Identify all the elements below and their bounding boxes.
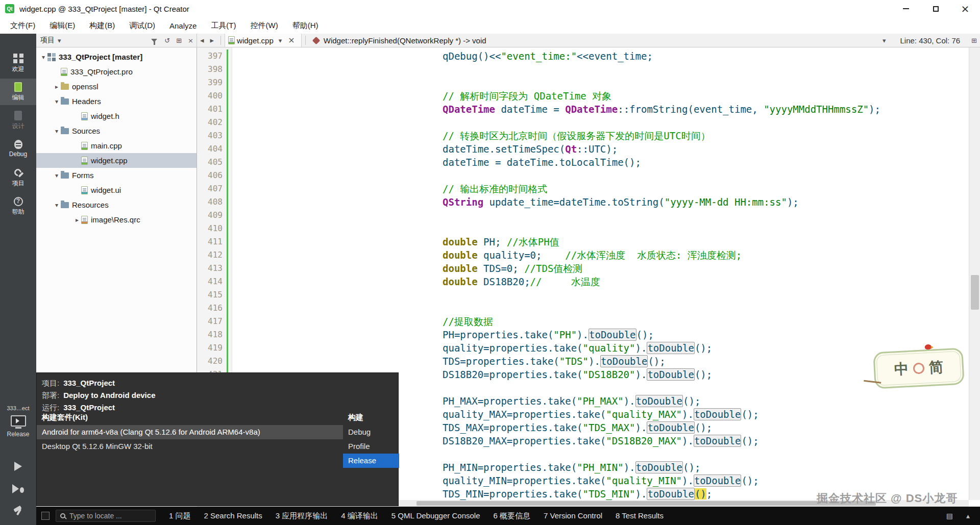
build-config-release[interactable]: Release	[343, 454, 399, 468]
mode-projects[interactable]: 项目	[0, 164, 36, 191]
line-number[interactable]: 414	[197, 275, 227, 288]
output-pane-button[interactable]: 2 Search Results	[204, 511, 262, 521]
mode-edit[interactable]: 编辑	[0, 79, 36, 105]
menu-item[interactable]: 文件(F)	[3, 17, 42, 34]
line-number[interactable]: 397	[197, 49, 227, 63]
line-number[interactable]: 400	[197, 89, 227, 103]
pane-selector-chevron-down-icon[interactable]	[55, 37, 64, 44]
line-number[interactable]: 406	[197, 169, 227, 182]
output-pane-button[interactable]: 7 Version Control	[544, 511, 602, 521]
tree-item-main-cpp[interactable]: main.cpp	[36, 138, 197, 153]
menu-item[interactable]: 编辑(E)	[42, 17, 82, 34]
tree-item-333-qtproject-master[interactable]: 333_QtProject [master]	[36, 49, 197, 64]
line-number[interactable]: 409	[197, 209, 227, 222]
split-pane-icon[interactable]	[173, 37, 185, 44]
tree-expand-icon[interactable]	[53, 83, 61, 90]
symbol-dropdown-icon[interactable]	[879, 37, 889, 44]
line-number[interactable]: 417	[197, 315, 227, 328]
close-pane-icon[interactable]	[185, 37, 197, 44]
line-number[interactable]: 415	[197, 288, 227, 302]
output-pane-button[interactable]: 3 应用程序输出	[276, 511, 328, 521]
tree-expand-icon[interactable]	[39, 54, 47, 61]
code-line-409[interactable]: 409	[197, 209, 969, 222]
tree-item-333-qtproject-pro[interactable]: 333_QtProject.pro	[36, 64, 197, 79]
forward-icon[interactable]	[207, 37, 217, 44]
back-icon[interactable]	[197, 37, 207, 44]
code-line-413[interactable]: 413double TDS=0; //TDS值检测	[197, 262, 969, 275]
output-pane-button[interactable]: 1 问题	[169, 511, 191, 521]
menu-item[interactable]: Analyze	[162, 17, 204, 34]
line-number[interactable]: 419	[197, 341, 227, 355]
output-pane-button[interactable]: 4 编译输出	[341, 511, 378, 521]
debug-run-button[interactable]	[0, 480, 36, 498]
output-panel-icon[interactable]	[943, 512, 956, 519]
tree-expand-icon[interactable]	[53, 202, 61, 209]
symbol-selector[interactable]: Widget::replyFinished(QNetworkReply *) -…	[324, 36, 879, 45]
line-number[interactable]: 405	[197, 156, 227, 169]
code-line-401[interactable]: 401QDateTime dateTime = QDateTime::fromS…	[197, 103, 969, 116]
code-line-397[interactable]: 397qDebug()<<"event_time:"<<event_time;	[197, 49, 969, 63]
output-pane-button[interactable]: 5 QML Debugger Console	[391, 511, 480, 521]
document-dropdown-icon[interactable]	[276, 37, 285, 44]
code-line-400[interactable]: 400// 解析时间字段为 QDateTime 对象	[197, 89, 969, 103]
tree-item-widget-cpp[interactable]: widget.cpp	[36, 153, 197, 168]
code-line-402[interactable]: 402	[197, 116, 969, 129]
code-line-418[interactable]: 418PH=properties.take("PH").toDouble();	[197, 328, 969, 341]
kit-option[interactable]: Desktop Qt 5.12.6 MinGW 32-bit	[37, 439, 343, 454]
code-line-411[interactable]: 411double PH; //水体PH值	[197, 235, 969, 248]
line-number[interactable]: 407	[197, 182, 227, 195]
code-line-412[interactable]: 412double quality=0; //水体浑浊度 水质状态: 浑浊度检测…	[197, 248, 969, 262]
code-line-417[interactable]: 417//提取数据	[197, 315, 969, 328]
code-line-419[interactable]: 419quality=properties.take("quality").to…	[197, 341, 969, 355]
open-document-tab[interactable]: widget.cpp	[225, 34, 302, 47]
code-line-399[interactable]: 399	[197, 76, 969, 89]
tree-item-openssl[interactable]: openssl	[36, 79, 197, 94]
tree-item-forms[interactable]: Forms	[36, 168, 197, 183]
close-document-icon[interactable]	[285, 36, 298, 44]
tree-item-widget-h[interactable]: widget.h	[36, 109, 197, 123]
code-line-408[interactable]: 408QString update_time=dateTime.toString…	[197, 195, 969, 209]
code-line-406[interactable]: 406	[197, 169, 969, 182]
line-number[interactable]: 399	[197, 76, 227, 89]
menu-item[interactable]: 控件(W)	[243, 17, 285, 34]
maximize-button[interactable]	[921, 0, 950, 17]
kit-option[interactable]: Android for arm64-v8a (Clang Qt 5.12.6 f…	[37, 425, 343, 439]
menu-item[interactable]: 工具(T)	[204, 17, 243, 34]
line-number[interactable]: 398	[197, 63, 227, 76]
code-line-403[interactable]: 403// 转换时区为北京时间（假设服务器下发的时间是UTC时间）	[197, 129, 969, 142]
tree-item-sources[interactable]: Sources	[36, 123, 197, 138]
tree-expand-icon[interactable]	[73, 216, 81, 223]
vertical-scrollbar-thumb[interactable]	[971, 275, 979, 310]
code-line-414[interactable]: 414double DS18B20;// 水温度	[197, 275, 969, 288]
tree-item-image-res-qrc[interactable]: image\Res.qrc	[36, 212, 197, 227]
menu-item[interactable]: 构建(B)	[82, 17, 122, 34]
line-number[interactable]: 412	[197, 248, 227, 262]
expand-output-icon[interactable]	[963, 512, 973, 519]
build-config-debug[interactable]: Debug	[343, 425, 399, 439]
tree-item-widget-ui[interactable]: widget.ui	[36, 183, 197, 197]
vertical-scrollbar[interactable]	[969, 47, 980, 500]
tree-expand-icon[interactable]	[53, 128, 61, 135]
mode-welcome[interactable]: 欢迎	[0, 50, 36, 77]
line-number[interactable]: 404	[197, 142, 227, 156]
split-editor-icon[interactable]	[968, 37, 980, 44]
line-number[interactable]: 411	[197, 235, 227, 248]
locator[interactable]	[56, 510, 156, 522]
output-pane-toggle-icon[interactable]	[41, 512, 50, 520]
tree-expand-icon[interactable]	[53, 172, 61, 179]
line-number[interactable]: 408	[197, 195, 227, 209]
code-line-404[interactable]: 404dateTime.setTimeSpec(Qt::UTC);	[197, 142, 969, 156]
menu-item[interactable]: 帮助(H)	[285, 17, 326, 34]
line-number[interactable]: 403	[197, 129, 227, 142]
code-line-415[interactable]: 415	[197, 288, 969, 302]
run-button[interactable]	[0, 457, 36, 476]
line-number[interactable]: 418	[197, 328, 227, 341]
code-line-398[interactable]: 398	[197, 63, 969, 76]
menu-item[interactable]: 调试(D)	[122, 17, 162, 34]
locator-input[interactable]	[69, 512, 146, 520]
sync-icon[interactable]	[161, 37, 173, 44]
tree-item-resources[interactable]: Resources	[36, 197, 197, 212]
build-button[interactable]	[0, 502, 36, 520]
code-line-410[interactable]: 410	[197, 222, 969, 235]
line-number[interactable]: 413	[197, 262, 227, 275]
